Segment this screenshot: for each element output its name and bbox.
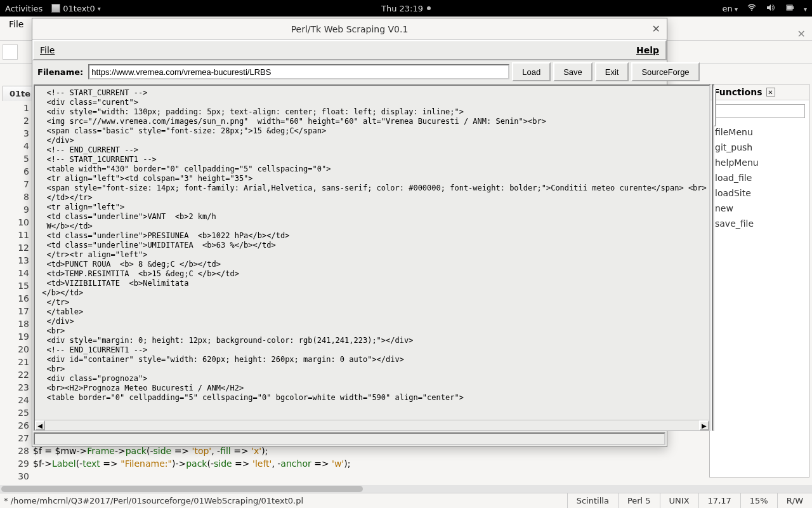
line-number: 8	[0, 190, 29, 203]
vertical-scrollbar[interactable]	[712, 84, 714, 431]
battery-icon[interactable]	[785, 3, 795, 14]
source-line: <br>	[37, 364, 707, 374]
system-menu[interactable]	[804, 4, 807, 13]
wifi-icon[interactable]	[747, 3, 757, 14]
tk-text-area[interactable]: <!-- START_CURRENT --> <div class="curen…	[35, 86, 709, 420]
line-number: 11	[0, 229, 29, 241]
source-line: <div style="width: 130px; padding: 5px; …	[37, 107, 707, 117]
line-number: 6	[0, 165, 29, 178]
function-item[interactable]: new	[710, 201, 809, 216]
line-number: 16	[0, 292, 29, 305]
line-number: 5	[0, 152, 29, 165]
panel-close-icon[interactable]: ✕	[766, 88, 775, 97]
sourceforge-button[interactable]: SourceForge	[631, 62, 699, 81]
scroll-left-icon[interactable]: ◀	[35, 420, 45, 431]
filename-label: Filename:	[35, 67, 86, 77]
appmenu[interactable]: 01text0	[51, 4, 101, 13]
source-line: <!-- START_1CURRENT1 -->	[37, 155, 707, 164]
source-line: <br>	[37, 326, 707, 336]
line-number: 26	[0, 419, 29, 432]
exit-button[interactable]: Exit	[595, 62, 629, 81]
line-number: 4	[0, 140, 29, 152]
source-line: <img src="//www.vremea.com/images/sun_n.…	[37, 117, 707, 126]
code-line: $f->Label(-text => "Filename:")->pack(-s…	[33, 457, 806, 470]
editor-tab-label: 01te	[10, 89, 30, 98]
source-line: <td>VIZIBILITATE <b>Nelimitata	[37, 279, 707, 288]
scrollbar-thumb[interactable]	[714, 88, 716, 126]
editor-file-menu[interactable]: File	[4, 17, 29, 32]
source-line: </td></tr>	[37, 193, 707, 203]
source-line: <table border="0" cellpadding="5" cellsp…	[37, 393, 707, 403]
app-icon	[51, 4, 60, 13]
status-lexer[interactable]: Scintilla	[567, 493, 618, 508]
source-line: <div style="margin: 0; height: 12px; bac…	[37, 336, 707, 345]
status-eol[interactable]: UNIX	[660, 493, 698, 508]
notification-dot	[427, 6, 431, 10]
lang-indicator[interactable]: en	[723, 4, 738, 13]
source-line: <div class="prognoza">	[37, 374, 707, 384]
source-line: <td class="underline">VANT <b>2 km/h	[37, 212, 707, 222]
status-percent: 15%	[740, 493, 777, 508]
status-readwrite[interactable]: R/W	[777, 493, 812, 508]
line-number: 24	[0, 394, 29, 406]
line-number: 12	[0, 241, 29, 254]
filename-input[interactable]	[88, 64, 509, 79]
line-number: 13	[0, 254, 29, 267]
tk-help-menu[interactable]: Help	[636, 45, 659, 55]
source-line: W</b></td>	[37, 222, 707, 231]
line-number: 7	[0, 178, 29, 190]
scrollbar-thumb[interactable]	[1, 486, 363, 492]
tk-menubar: File Help	[32, 40, 667, 60]
tk-file-menu[interactable]: File	[40, 45, 55, 55]
source-line: </b></td>	[37, 288, 707, 298]
editor-close-icon[interactable]: ✕	[797, 28, 806, 40]
line-number: 15	[0, 279, 29, 292]
function-item[interactable]: git_push	[710, 140, 809, 155]
line-number: 10	[0, 216, 29, 229]
volume-icon[interactable]	[766, 3, 776, 14]
functions-search-input[interactable]	[714, 104, 805, 118]
clock[interactable]: Thu 23:19	[381, 4, 423, 13]
line-number: 28	[0, 444, 29, 457]
source-line: <div id="container" style="width: 620px;…	[37, 355, 707, 364]
functions-title: Functions	[714, 87, 763, 97]
source-line: </div>	[37, 136, 707, 145]
editor-statusbar: * /home/mhcrnl/Q3#2017/Perl/01sourceforg…	[0, 493, 812, 508]
line-number: 21	[0, 356, 29, 368]
horizontal-scrollbar[interactable]: ◀ ▶	[35, 420, 709, 430]
line-number-gutter: 1234567891011121314151617181920212223242…	[0, 102, 33, 483]
source-line: <!-- END_CURRENT -->	[37, 145, 707, 155]
scroll-right-icon[interactable]: ▶	[699, 420, 709, 431]
source-line: <tr align="left">	[37, 203, 707, 212]
activities-button[interactable]: Activities	[5, 4, 43, 13]
line-number: 22	[0, 368, 29, 381]
source-line: </table>	[37, 307, 707, 317]
line-number: 18	[0, 318, 29, 330]
editor-horizontal-scrollbar[interactable]	[0, 485, 812, 493]
function-item[interactable]: loadSite	[710, 185, 809, 201]
status-lang[interactable]: Perl 5	[618, 493, 660, 508]
function-item[interactable]: save_file	[710, 216, 809, 231]
source-line: <div class="curent">	[37, 98, 707, 107]
function-item[interactable]: load_file	[710, 170, 809, 185]
line-number: 30	[0, 470, 29, 483]
source-line: </tr>	[37, 298, 707, 307]
source-line: <!-- END_1CURRENT1 -->	[37, 345, 707, 355]
status-filepath: * /home/mhcrnl/Q3#2017/Perl/01sourceforg…	[0, 496, 567, 505]
line-number: 9	[0, 203, 29, 216]
source-line: <table width="430" border="0" cellpaddin…	[37, 164, 707, 174]
function-item[interactable]: fileMenu	[710, 124, 809, 140]
functions-list: fileMenugit_pushhelpMenuload_fileloadSit…	[710, 122, 809, 234]
load-button[interactable]: Load	[512, 62, 551, 81]
toolbar-button[interactable]	[3, 44, 18, 60]
line-number: 3	[0, 127, 29, 140]
line-number: 29	[0, 457, 29, 470]
source-line: <td class="underline">PRESIUNEA <b>1022 …	[37, 231, 707, 241]
line-number: 19	[0, 330, 29, 343]
source-line: </div>	[37, 317, 707, 326]
save-button[interactable]: Save	[553, 62, 593, 81]
function-item[interactable]: helpMenu	[710, 155, 809, 170]
svg-rect-3	[787, 6, 792, 10]
close-icon[interactable]: ✕	[652, 23, 660, 35]
editor-code-area[interactable]: $f = $mw->Frame->pack(-side => 'top', -f…	[33, 444, 806, 470]
